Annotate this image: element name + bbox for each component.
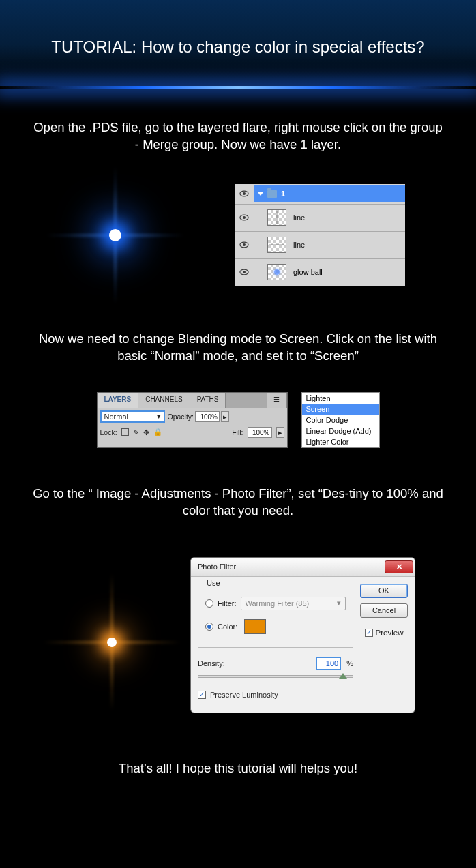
dialog-title: Photo Filter [198,563,236,571]
visibility-icon[interactable] [235,241,254,248]
panel-menu-icon[interactable]: ☰ [267,393,287,408]
density-unit: % [346,659,353,668]
layer-row[interactable]: glow ball [235,259,405,286]
svg-point-3 [243,216,246,219]
photo-filter-dialog: Photo Filter ✕ Use Filter: Warming Filte… [190,557,415,713]
fill-stepper[interactable]: ▸ [276,427,284,438]
lock-move-icon[interactable]: ✥ [143,428,149,436]
opacity-label: Opacity: [168,413,194,421]
cancel-button[interactable]: Cancel [360,603,408,618]
visibility-icon[interactable] [235,214,254,221]
opacity-value[interactable]: 100% [195,411,220,422]
layer-name: line [293,241,305,249]
filter-value: Warming Filter (85) [246,599,310,608]
step-1-text: Open the .PDS file, go to the layered fl… [0,89,476,153]
use-legend: Use [204,579,223,587]
blend-mode-value: Normal [104,413,128,421]
lock-label: Lock: [100,428,117,436]
preview-checkbox[interactable]: ✓ [365,629,373,637]
density-slider[interactable] [198,675,353,678]
footer-text: That’s all! I hope this tutorial will he… [0,761,476,776]
tab-channels[interactable]: CHANNELS [138,393,190,408]
fill-label: Fill: [232,428,243,436]
chevron-down-icon: ▾ [337,599,341,608]
filter-select[interactable]: Warming Filter (85) ▾ [241,597,346,610]
fill-value[interactable]: 100% [248,427,272,438]
lock-brush-icon[interactable]: ✎ [133,428,139,436]
panel-tabs: LAYERS CHANNELS PATHS ☰ [98,393,287,408]
density-input[interactable]: 100 [316,657,341,670]
preserve-checkbox[interactable]: ✓ [198,691,206,699]
tab-layers[interactable]: LAYERS [98,393,139,408]
preview-label: Preview [376,629,404,637]
layer-group-row[interactable]: 1 [254,185,405,202]
layer-row[interactable]: line [235,232,405,259]
banner-flare [0,86,476,89]
slider-thumb[interactable] [339,673,347,679]
layer-row[interactable]: line [235,205,405,232]
blue-flare-preview [57,177,173,293]
layer-thumb [267,209,286,226]
folder-icon [267,190,277,198]
blend-option[interactable]: Lighter Color [302,436,379,447]
lock-all-icon[interactable]: 🔒 [153,428,162,436]
step-2-text: Now we need to change Blending mode to S… [0,293,476,365]
expand-icon [258,192,263,196]
svg-point-1 [243,192,246,195]
filter-label: Filter: [218,599,237,608]
blend-option-selected[interactable]: Screen [302,404,379,415]
blend-option[interactable]: Lighten [302,393,379,404]
color-swatch[interactable] [244,619,266,634]
blend-option[interactable]: Color Dodge [302,415,379,425]
layers-panel-controls: LAYERS CHANNELS PATHS ☰ Normal ▾ Opacity… [97,392,288,448]
chevron-down-icon: ▾ [157,412,161,421]
blend-mode-dropdown[interactable]: Lighten Screen Color Dodge Linear Dodge … [301,392,380,448]
layer-name: glow ball [293,268,323,276]
layer-thumb [267,264,286,280]
preserve-label: Preserve Luminosity [210,691,278,699]
color-label: Color: [218,623,237,631]
step-3-text: Go to the “ Image - Adjustments - Photo … [0,448,476,520]
radio-filter[interactable] [205,599,213,608]
svg-point-7 [243,271,246,273]
page-title: TUTORIAL: How to change color in special… [51,38,424,57]
layers-panel-group: 1 line line glow ball [235,184,405,286]
opacity-stepper[interactable]: ▸ [221,411,229,422]
svg-point-5 [243,243,246,246]
blend-mode-select[interactable]: Normal ▾ [100,410,165,423]
blend-option[interactable]: Linear Dodge (Add) [302,425,379,436]
layer-name: line [293,213,305,222]
density-label: Density: [198,659,225,668]
radio-color[interactable] [205,623,213,631]
ok-button[interactable]: OK [360,584,408,598]
orange-flare-preview [54,584,170,700]
visibility-icon[interactable] [235,190,254,197]
use-groupbox: Use Filter: Warming Filter (85) ▾ Color: [198,584,353,648]
close-button[interactable]: ✕ [385,560,413,573]
visibility-icon[interactable] [235,269,254,275]
layer-thumb [267,237,286,253]
group-name: 1 [281,190,285,198]
tab-paths[interactable]: PATHS [190,393,226,408]
dialog-titlebar[interactable]: Photo Filter ✕ [191,558,415,577]
header-banner: TUTORIAL: How to change color in special… [0,0,476,89]
lock-transparent-icon[interactable] [121,428,129,436]
